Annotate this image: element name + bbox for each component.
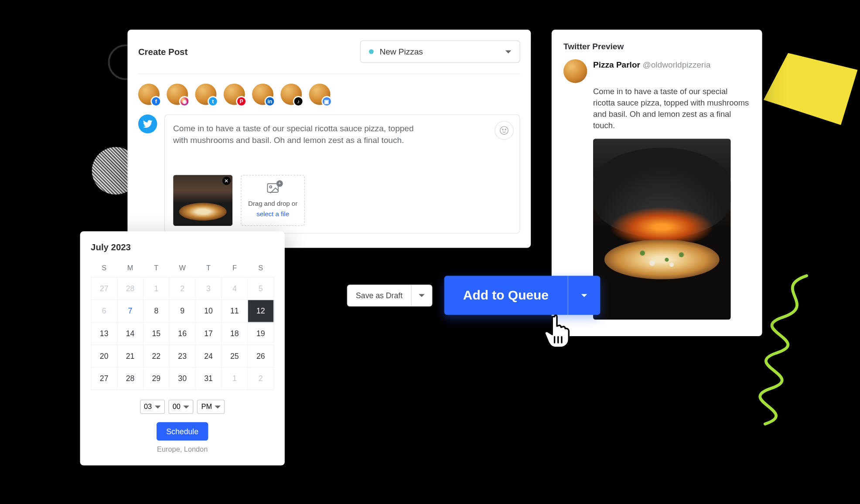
- hour-select[interactable]: 03: [140, 400, 165, 414]
- timezone-label: Europe, London: [91, 445, 274, 453]
- calendar-dow: T: [143, 259, 169, 277]
- preview-image: [593, 139, 731, 320]
- svg-point-2: [505, 129, 506, 130]
- channel-linkedin[interactable]: in: [252, 84, 273, 105]
- channel-facebook[interactable]: f: [138, 84, 160, 105]
- draft-button-label: Save as Draft: [348, 285, 411, 306]
- add-to-queue-button[interactable]: Add to Queue: [444, 276, 600, 315]
- draft-dropdown-toggle[interactable]: [411, 285, 432, 306]
- queue-dropdown-toggle[interactable]: [567, 276, 600, 315]
- channel-tiktok[interactable]: ♪: [280, 84, 302, 105]
- calendar-day[interactable]: 28: [117, 277, 143, 300]
- calendar-day[interactable]: 15: [143, 322, 169, 345]
- svg-point-1: [502, 129, 503, 130]
- calendar-day[interactable]: 5: [248, 277, 274, 300]
- calendar-dow: F: [222, 259, 248, 277]
- minute-value: 00: [173, 402, 181, 411]
- campaign-select[interactable]: New Pizzas: [360, 40, 520, 63]
- schedule-button[interactable]: Schedule: [157, 422, 208, 440]
- calendar-day[interactable]: 7: [117, 300, 143, 322]
- calendar-day[interactable]: 20: [91, 345, 117, 368]
- image-upload-icon: [266, 183, 280, 196]
- calendar-dow: S: [91, 259, 117, 277]
- close-icon: ✕: [224, 177, 229, 184]
- calendar-day[interactable]: 14: [117, 322, 143, 345]
- calendar-day[interactable]: 22: [143, 345, 169, 368]
- composer-text: Come in to have a taste of our special r…: [173, 122, 422, 146]
- create-post-panel: Create Post New Pizzas f◉tPin♪▣ Come in …: [127, 30, 531, 248]
- dropzone-text: Drag and drop or: [248, 200, 297, 207]
- twitter-icon: t: [208, 96, 218, 106]
- preview-account-name: Pizza Parlor: [593, 60, 640, 69]
- preview-account-handle: @oldworldpizzeria: [642, 60, 710, 69]
- select-file-link[interactable]: select a file: [256, 211, 289, 218]
- chevron-down-icon: [215, 405, 221, 409]
- svg-point-0: [500, 126, 508, 134]
- pinterest-icon: P: [236, 96, 246, 106]
- calendar-day[interactable]: 30: [169, 368, 195, 390]
- save-as-draft-button[interactable]: Save as Draft: [347, 284, 433, 306]
- calendar-day[interactable]: 10: [195, 300, 222, 322]
- calendar-day[interactable]: 24: [195, 345, 222, 368]
- tiktok-icon: ♪: [293, 96, 304, 106]
- calendar-day[interactable]: 1: [143, 277, 169, 300]
- calendar-day[interactable]: 16: [169, 322, 195, 345]
- calendar-day[interactable]: 31: [195, 368, 222, 390]
- twitter-icon: [138, 114, 157, 133]
- post-composer[interactable]: Come in to have a taste of our special r…: [164, 114, 520, 233]
- calendar-day[interactable]: 6: [91, 300, 117, 322]
- channel-selector-row: f◉tPin♪▣: [138, 84, 520, 105]
- svg-point-4: [270, 186, 272, 188]
- schedule-calendar-panel: July 2023 SMTWTFS 2728123456789101112131…: [80, 231, 285, 465]
- queue-button-label: Add to Queue: [444, 276, 567, 315]
- calendar-day[interactable]: 12: [248, 300, 274, 322]
- channel-twitter[interactable]: t: [195, 84, 216, 105]
- cursor-hand-icon: [543, 313, 573, 349]
- emoji-picker-button[interactable]: [495, 121, 514, 140]
- calendar-day[interactable]: 8: [143, 300, 169, 322]
- calendar-day[interactable]: 26: [248, 345, 274, 368]
- calendar-day[interactable]: 19: [248, 322, 274, 345]
- calendar-day[interactable]: 18: [222, 322, 248, 345]
- calendar-dow: T: [195, 259, 222, 277]
- calendar-day[interactable]: 25: [222, 345, 248, 368]
- calendar-day[interactable]: 2: [248, 368, 274, 390]
- calendar-day[interactable]: 27: [91, 277, 117, 300]
- hour-value: 03: [144, 402, 152, 411]
- linkedin-icon: in: [265, 96, 275, 106]
- create-post-title: Create Post: [138, 47, 188, 57]
- calendar-day[interactable]: 1: [222, 368, 248, 390]
- calendar-dow: M: [117, 259, 143, 277]
- instagram-icon: ◉: [179, 96, 190, 106]
- minute-select[interactable]: 00: [168, 400, 194, 414]
- decoration-yellow-shape: [761, 51, 859, 133]
- chevron-down-icon: [184, 405, 190, 409]
- ampm-value: PM: [201, 402, 212, 411]
- calendar-dow: W: [169, 259, 195, 277]
- chevron-down-icon: [155, 405, 161, 409]
- calendar-day[interactable]: 3: [195, 277, 222, 300]
- channel-pinterest[interactable]: P: [224, 84, 245, 105]
- preview-avatar: [563, 59, 587, 83]
- channel-instagram[interactable]: ◉: [167, 84, 188, 105]
- calendar-day[interactable]: 11: [222, 300, 248, 322]
- calendar-day[interactable]: 17: [195, 322, 222, 345]
- calendar-day[interactable]: 4: [222, 277, 248, 300]
- chevron-down-icon: [419, 294, 425, 297]
- remove-attachment-button[interactable]: ✕: [222, 177, 231, 185]
- channel-google-business[interactable]: ▣: [309, 84, 331, 105]
- calendar-day[interactable]: 29: [143, 368, 169, 390]
- calendar-day[interactable]: 9: [169, 300, 195, 322]
- campaign-color-dot: [369, 49, 374, 54]
- calendar-day[interactable]: 13: [91, 322, 117, 345]
- file-dropzone[interactable]: Drag and drop or select a file: [241, 175, 305, 226]
- campaign-label: New Pizzas: [379, 47, 499, 56]
- calendar-day[interactable]: 21: [117, 345, 143, 368]
- calendar-day[interactable]: 2: [169, 277, 195, 300]
- calendar-day[interactable]: 28: [117, 368, 143, 390]
- facebook-icon: f: [150, 96, 161, 106]
- calendar-day[interactable]: 23: [169, 345, 195, 368]
- ampm-select[interactable]: PM: [197, 400, 225, 414]
- calendar-day[interactable]: 27: [91, 368, 117, 390]
- attached-image-thumbnail[interactable]: ✕: [173, 175, 232, 226]
